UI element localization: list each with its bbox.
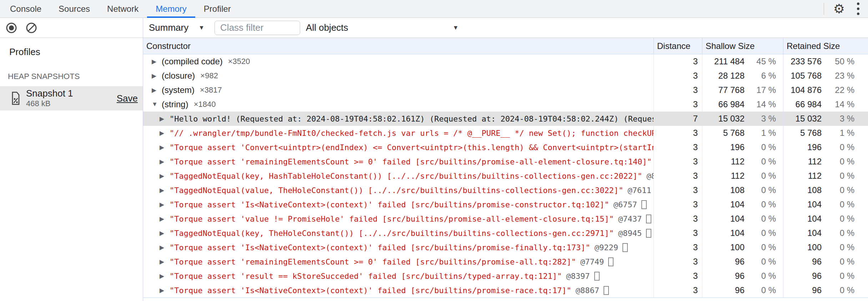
retained-size-cell: 104 0 % bbox=[783, 197, 868, 212]
tab-console[interactable]: Console bbox=[1, 0, 50, 18]
grid-row[interactable]: ▶ "Torque assert 'remainingElementsCount… bbox=[143, 255, 868, 269]
disclosure-triangle-icon[interactable]: ▶ bbox=[159, 158, 170, 166]
constructor-text: (system) bbox=[162, 85, 195, 95]
grid-row[interactable]: ▶ (closure) ×982 3 28 128 6 % 105 768 23… bbox=[143, 69, 868, 83]
grid-row[interactable]: ▶ "Torque assert 'Is<NativeContext>(cont… bbox=[143, 240, 868, 255]
constructor-cell: ▶ "Torque assert 'value != PromiseHole' … bbox=[143, 212, 654, 226]
grid-row[interactable]: ▶ "Torque assert 'Convert<uintptr>(endIn… bbox=[143, 140, 868, 154]
shallow-size-percent: 0 % bbox=[745, 199, 783, 209]
disclosure-triangle-icon[interactable]: ▶ bbox=[151, 58, 162, 65]
shallow-size-cell: 104 0 % bbox=[702, 212, 783, 226]
constructor-cell: ▶ "Torque assert 'Is<NativeContext>(cont… bbox=[143, 283, 654, 297]
shallow-size-percent: 1 % bbox=[745, 128, 783, 138]
grid-row[interactable]: ▶ "Hello world! (Requested at: 2024-08-1… bbox=[143, 112, 868, 126]
grid-row[interactable]: ▶ "TaggedNotEqual(key, HashTableHoleCons… bbox=[143, 169, 868, 183]
retained-size-percent: 0 % bbox=[822, 199, 868, 209]
disclosure-triangle-icon[interactable]: ▶ bbox=[159, 172, 170, 180]
grid-row[interactable]: ▶ "Torque assert 'Is<NativeContext>(cont… bbox=[143, 283, 868, 297]
shallow-size-percent: 45 % bbox=[745, 56, 783, 66]
snapshot-list-item[interactable]: Snapshot 1 468 kB Save bbox=[0, 86, 143, 110]
grid-row[interactable]: ▶ "Torque assert 'remainingElementsCount… bbox=[143, 154, 868, 169]
distance-cell: 3 bbox=[654, 126, 702, 140]
shallow-size-cell: 96 0 % bbox=[702, 269, 783, 283]
grid-row[interactable]: ▶ "TaggedNotEqual(key, TheHoleConstant()… bbox=[143, 226, 868, 240]
disclosure-triangle-icon[interactable]: ▶ bbox=[159, 272, 170, 280]
instance-count: ×1840 bbox=[194, 100, 216, 109]
grid-row[interactable]: ▶ (compiled code) ×3520 3 211 484 45 % 2… bbox=[143, 54, 868, 69]
objects-scope-select[interactable]: All objects ▼ bbox=[306, 22, 459, 33]
heap-snapshot-view: Summary ▼ All objects ▼ Constructor Dist… bbox=[143, 18, 868, 301]
object-id: @6757 bbox=[614, 200, 637, 209]
class-filter-input[interactable] bbox=[215, 21, 300, 35]
shallow-size-value: 104 bbox=[702, 228, 745, 238]
object-id: @8 bbox=[647, 172, 654, 181]
retained-size-percent: 0 % bbox=[822, 285, 868, 295]
disclosure-triangle-icon[interactable]: ▶ bbox=[159, 115, 170, 123]
clear-profiles-icon[interactable] bbox=[26, 22, 37, 34]
profiles-heading: Profiles bbox=[0, 38, 143, 58]
snapshot-toolbar: Summary ▼ All objects ▼ bbox=[143, 18, 868, 38]
disclosure-triangle-icon[interactable]: ▶ bbox=[151, 87, 162, 94]
shallow-size-percent: 0 % bbox=[745, 171, 783, 181]
distance-cell: 3 bbox=[654, 69, 702, 83]
shallow-size-value: 211 484 bbox=[702, 56, 745, 66]
disclosure-triangle-icon[interactable]: ▶ bbox=[159, 201, 170, 208]
shallow-size-value: 104 bbox=[702, 214, 745, 224]
kebab-menu-icon[interactable] bbox=[854, 1, 862, 16]
constructor-text: (closure) bbox=[162, 71, 195, 81]
shallow-size-percent: 0 % bbox=[745, 185, 783, 195]
distance-cell: 3 bbox=[654, 54, 702, 69]
column-header-constructor[interactable]: Constructor bbox=[143, 38, 654, 54]
column-header-shallow-size[interactable]: Shallow Size bbox=[702, 38, 783, 54]
disclosure-triangle-icon[interactable]: ▶ bbox=[159, 144, 170, 151]
record-heap-snapshot-icon[interactable] bbox=[6, 22, 17, 34]
disclosure-triangle-icon[interactable]: ▶ bbox=[159, 129, 170, 137]
shallow-size-value: 5 768 bbox=[702, 128, 745, 138]
tab-profiler[interactable]: Profiler bbox=[195, 0, 239, 18]
constructor-text: "Torque assert 'Is<NativeContext>(contex… bbox=[170, 200, 609, 209]
disclosure-triangle-icon[interactable]: ▶ bbox=[159, 258, 170, 266]
glyph-box-icon bbox=[646, 229, 651, 238]
grid-row[interactable]: ▶ "// .wrangler/tmp/bundle-FmNIt0/checke… bbox=[143, 126, 868, 140]
instance-count: ×3520 bbox=[228, 57, 250, 66]
grid-row[interactable]: ▼ (string) ×1840 3 66 984 14 % 66 984 14… bbox=[143, 97, 868, 112]
retained-size-cell: 233 576 50 % bbox=[783, 54, 868, 69]
disclosure-triangle-icon[interactable]: ▶ bbox=[151, 72, 162, 80]
shallow-size-percent: 17 % bbox=[745, 85, 783, 95]
glyph-box-icon bbox=[622, 243, 628, 252]
tab-sources[interactable]: Sources bbox=[50, 0, 99, 18]
snapshot-name: Snapshot 1 bbox=[26, 88, 73, 99]
grid-row[interactable]: ▶ (system) ×3817 3 77 768 17 % 104 876 2… bbox=[143, 83, 868, 97]
grid-row[interactable]: ▶ "TaggedNotEqual(value, TheHoleConstant… bbox=[143, 183, 868, 197]
shallow-size-cell: 211 484 45 % bbox=[702, 54, 783, 69]
disclosure-triangle-icon[interactable]: ▶ bbox=[159, 287, 170, 294]
disclosure-triangle-icon[interactable]: ▼ bbox=[151, 101, 162, 108]
disclosure-triangle-icon[interactable]: ▶ bbox=[159, 215, 170, 223]
retained-size-value: 15 032 bbox=[783, 114, 822, 124]
retained-size-value: 96 bbox=[783, 285, 822, 295]
tabbar-actions: ⚙ bbox=[824, 0, 868, 18]
tab-memory[interactable]: Memory bbox=[147, 0, 195, 18]
retained-size-cell: 196 0 % bbox=[783, 140, 868, 154]
tab-network[interactable]: Network bbox=[99, 0, 147, 18]
disclosure-triangle-icon[interactable]: ▶ bbox=[159, 230, 170, 237]
constructor-text: (string) bbox=[162, 99, 188, 109]
toolbar-divider bbox=[824, 3, 824, 15]
save-snapshot-link[interactable]: Save bbox=[117, 93, 138, 104]
gear-icon[interactable]: ⚙ bbox=[833, 3, 845, 15]
grid-row[interactable]: ▶ "Torque assert 'value != PromiseHole' … bbox=[143, 212, 868, 226]
grid-row[interactable]: ▶ "Torque assert 'result == kStoreSucced… bbox=[143, 269, 868, 283]
retained-size-percent: 0 % bbox=[822, 157, 868, 167]
retained-size-percent: 0 % bbox=[822, 242, 868, 252]
disclosure-triangle-icon[interactable]: ▶ bbox=[159, 187, 170, 194]
disclosure-triangle-icon[interactable]: ▶ bbox=[159, 244, 170, 251]
column-header-distance[interactable]: Distance bbox=[654, 38, 702, 54]
constructor-text: "// .wrangler/tmp/bundle-FmNIt0/checked-… bbox=[170, 129, 654, 138]
shallow-size-value: 77 768 bbox=[702, 85, 745, 95]
perspective-select[interactable]: Summary ▼ bbox=[149, 22, 205, 33]
distance-cell: 3 bbox=[654, 269, 702, 283]
memory-panel: Profiles HEAP SNAPSHOTS Snapshot 1 468 k… bbox=[0, 18, 868, 301]
column-header-retained-size[interactable]: Retained Size bbox=[783, 38, 868, 54]
tab-memory-label: Memory bbox=[156, 4, 187, 14]
grid-row[interactable]: ▶ "Torque assert 'Is<NativeContext>(cont… bbox=[143, 197, 868, 212]
